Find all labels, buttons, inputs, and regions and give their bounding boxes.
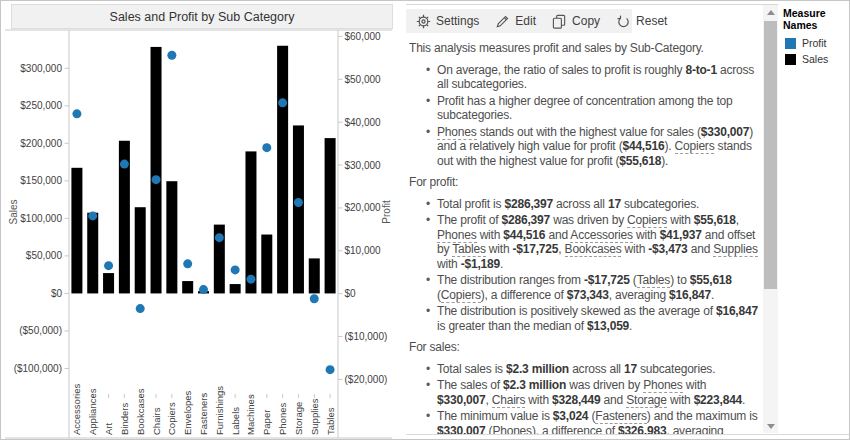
legend-title: Measure Names bbox=[783, 7, 849, 31]
profit-dot-copiers[interactable] bbox=[167, 51, 176, 60]
category-label-labels: Labels bbox=[230, 407, 241, 435]
sales-bar-art[interactable] bbox=[103, 273, 114, 293]
category-label-chairs: Chairs bbox=[151, 407, 162, 435]
profit-axis-title: Profit bbox=[381, 200, 392, 224]
profit-swatch bbox=[785, 38, 796, 49]
field-term[interactable]: Bookcases bbox=[565, 242, 622, 257]
category-label-art: Art bbox=[103, 423, 114, 436]
sales-bar-supplies[interactable] bbox=[309, 258, 320, 293]
panel-bottom-border bbox=[406, 434, 849, 435]
sales-axis-tick-label: ($50,000) bbox=[19, 325, 62, 336]
field-term[interactable]: Phones bbox=[492, 424, 532, 435]
sales-bar-appliances[interactable] bbox=[87, 213, 98, 294]
field-term[interactable]: Tables bbox=[452, 242, 486, 257]
profit-dot-supplies[interactable] bbox=[310, 294, 319, 303]
reset-icon bbox=[616, 14, 631, 29]
category-label-furnishings: Furnishings bbox=[214, 386, 225, 435]
profit-dot-fasteners[interactable] bbox=[199, 285, 208, 294]
sales-axis-tick-label: ($100,000) bbox=[14, 363, 62, 374]
copy-label: Copy bbox=[572, 14, 600, 28]
sales-bar-phones[interactable] bbox=[277, 46, 288, 294]
legend-label-sales: Sales bbox=[802, 53, 828, 65]
legend-item-profit[interactable]: Profit bbox=[785, 37, 849, 49]
field-term[interactable]: Copiers bbox=[675, 139, 715, 154]
sales-bar-envelopes[interactable] bbox=[182, 281, 193, 293]
profit-dot-storage[interactable] bbox=[294, 198, 303, 207]
field-term[interactable]: Phones bbox=[643, 378, 683, 393]
copy-icon bbox=[552, 14, 567, 29]
profit-axis-tick-label: $0 bbox=[345, 288, 357, 299]
category-label-paper: Paper bbox=[261, 410, 272, 435]
sales-profit-chart[interactable]: $300,000$250,000$200,000$150,000$100,000… bbox=[1, 1, 404, 440]
analysis-toolbar: Settings Edit Copy Reset bbox=[406, 9, 632, 33]
field-term[interactable]: Copiers bbox=[441, 288, 481, 303]
profit-dot-chairs[interactable] bbox=[152, 175, 161, 184]
legend-item-sales[interactable]: Sales bbox=[785, 53, 849, 65]
profit-dot-labels[interactable] bbox=[231, 265, 240, 274]
measure-names-legend: Measure Names Profit Sales bbox=[781, 5, 849, 69]
sales-axis-title: Sales bbox=[8, 199, 19, 224]
profit-dot-tables[interactable] bbox=[326, 365, 335, 374]
sales-bar-storage[interactable] bbox=[293, 125, 304, 293]
reset-label: Reset bbox=[636, 14, 667, 28]
scroll-up-button[interactable] bbox=[763, 5, 778, 19]
field-term[interactable]: Fasteners bbox=[595, 409, 647, 424]
profit-axis-tick-label: $50,000 bbox=[345, 74, 382, 85]
sales-bar-accessories[interactable] bbox=[71, 168, 82, 294]
profit-dot-appliances[interactable] bbox=[88, 211, 97, 220]
profit-dot-paper[interactable] bbox=[262, 143, 271, 152]
profit-dot-binders[interactable] bbox=[120, 160, 129, 169]
bullet-item: Total profit is $286,397 across all 17 s… bbox=[426, 197, 761, 212]
profit-dot-furnishings[interactable] bbox=[215, 233, 224, 242]
field-term[interactable]: Copiers bbox=[627, 213, 667, 228]
category-label-storage: Storage bbox=[293, 402, 304, 435]
category-label-tables: Tables bbox=[325, 407, 336, 435]
vertical-scrollbar[interactable] bbox=[763, 5, 778, 433]
scroll-down-icon bbox=[767, 424, 775, 429]
category-label-phones: Phones bbox=[277, 403, 288, 435]
scroll-down-button[interactable] bbox=[763, 419, 778, 433]
bullet-item: Total sales is $2.3 million across all 1… bbox=[426, 362, 761, 377]
profit-dot-accessories[interactable] bbox=[72, 109, 81, 118]
field-term[interactable]: Tables bbox=[637, 273, 671, 288]
bullet-item: The distribution ranges from -$17,725 (T… bbox=[426, 273, 761, 302]
sales-bar-bookcases[interactable] bbox=[135, 207, 146, 293]
field-term[interactable]: Supplies bbox=[713, 242, 757, 257]
field-term[interactable]: Storage bbox=[626, 393, 667, 408]
profit-axis-tick-label: $20,000 bbox=[345, 202, 382, 213]
sales-bar-copiers[interactable] bbox=[166, 181, 177, 293]
reset-button[interactable]: Reset bbox=[616, 14, 667, 29]
profit-axis-tick-label: $60,000 bbox=[345, 31, 382, 42]
sales-bar-labels[interactable] bbox=[230, 284, 241, 293]
settings-button[interactable]: Settings bbox=[416, 14, 479, 29]
field-term[interactable]: Accessories bbox=[570, 228, 633, 243]
category-label-copiers: Copiers bbox=[166, 402, 177, 435]
settings-label: Settings bbox=[436, 14, 479, 28]
profit-dot-phones[interactable] bbox=[278, 98, 287, 107]
sales-axis-tick-label: $0 bbox=[51, 288, 63, 299]
sales-swatch bbox=[785, 54, 796, 65]
bullet-item: The sales of $2.3 million was driven by … bbox=[426, 378, 761, 407]
copy-button[interactable]: Copy bbox=[552, 14, 600, 29]
category-label-binders: Binders bbox=[119, 403, 130, 435]
edit-button[interactable]: Edit bbox=[495, 14, 536, 29]
sales-bar-machines[interactable] bbox=[245, 151, 256, 293]
field-term[interactable]: Phones bbox=[437, 125, 477, 140]
field-term[interactable]: Phones bbox=[437, 228, 477, 243]
profit-dot-art[interactable] bbox=[104, 261, 113, 270]
bullet-item: Profit has a higher degree of concentrat… bbox=[426, 94, 761, 123]
pencil-icon bbox=[495, 14, 510, 29]
field-term[interactable]: Chairs bbox=[492, 393, 525, 408]
sales-bar-chairs[interactable] bbox=[151, 47, 162, 294]
profit-dot-envelopes[interactable] bbox=[183, 259, 192, 268]
profit-dot-bookcases[interactable] bbox=[136, 304, 145, 313]
category-label-bookcases: Bookcases bbox=[135, 388, 146, 435]
profit-axis-tick-label: $30,000 bbox=[345, 160, 382, 171]
app-window: Sales and Profit by Sub Category $300,00… bbox=[0, 0, 850, 440]
sales-axis-tick-label: $100,000 bbox=[20, 213, 62, 224]
scrollbar-thumb[interactable] bbox=[764, 21, 777, 289]
sales-bar-tables[interactable] bbox=[325, 138, 336, 293]
sales-bar-paper[interactable] bbox=[261, 235, 272, 294]
analysis-intro: This analysis measures profit and sales … bbox=[409, 41, 761, 56]
profit-dot-machines[interactable] bbox=[246, 275, 255, 284]
